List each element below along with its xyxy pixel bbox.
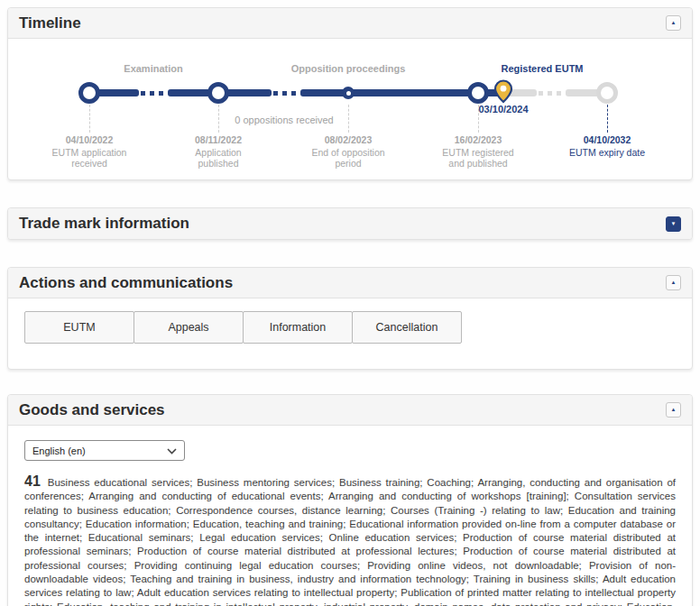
milestone-date: 08/11/2022: [175, 134, 262, 146]
timeline-segment-dotted: [141, 91, 166, 96]
actions-section-header: Actions and communications ▲: [8, 268, 692, 298]
trade-mark-information-expand-button[interactable]: ▼: [666, 216, 681, 232]
chevron-down-icon: [167, 445, 177, 456]
timeline-connector: [348, 105, 349, 133]
timeline-node-registered: [467, 82, 489, 104]
milestone-date: 04/10/2022: [46, 134, 133, 146]
timeline-phase-opposition: Opposition proceedings: [291, 63, 406, 74]
milestone-published: 08/11/2022 Application published: [175, 134, 262, 170]
trade-mark-information-section: Trade mark information ▼: [7, 207, 693, 240]
oppositions-note: 0 oppositions received: [235, 115, 333, 125]
actions-collapse-button[interactable]: ▲: [666, 275, 681, 290]
milestone-label: EUTM registered and published: [435, 147, 521, 170]
milestone-expiry: 04/10/2032 EUTM expiry date: [564, 134, 650, 158]
timeline-node-published: [207, 82, 229, 104]
caret-up-icon: ▲: [671, 280, 677, 285]
caret-up-icon: ▲: [671, 407, 677, 412]
trade-mark-information-header: Trade mark information ▼: [8, 208, 692, 239]
goods-class-41-paragraph: 41Business educational services; Busines…: [24, 474, 676, 606]
timeline-section: Timeline ▲ Examination Opposition procee…: [7, 7, 693, 180]
timeline-panel: Examination Opposition proceedings Regis…: [8, 39, 692, 179]
timeline-connector-expiry: [607, 105, 608, 133]
information-button[interactable]: Information: [243, 311, 353, 344]
caret-down-icon: ▼: [671, 221, 677, 226]
actions-button-row: EUTM Appeals Information Cancellation: [8, 298, 692, 369]
goods-section-title: Goods and services: [19, 401, 165, 419]
actions-section-title: Actions and communications: [19, 274, 233, 292]
language-select-value: English (en): [32, 445, 86, 456]
timeline-node-application: [78, 82, 100, 104]
timeline-connector: [218, 105, 219, 133]
timeline-segment-dotted: [273, 91, 299, 96]
timeline-section-title: Timeline: [19, 14, 81, 32]
goods-section: Goods and services ▲ English (en) 41Busi…: [7, 394, 693, 606]
trade-mark-information-title: Trade mark information: [19, 215, 189, 233]
timeline-phase-registered: Registered EUTM: [501, 63, 583, 74]
milestone-registered: 16/02/2023 EUTM registered and published: [435, 134, 521, 170]
timeline-segment-future-dotted: [539, 91, 564, 96]
milestone-label: Application published: [175, 147, 262, 170]
milestone-application: 04/10/2022 EUTM application received: [46, 134, 133, 170]
goods-collapse-button[interactable]: ▲: [666, 402, 681, 418]
timeline-node-opposition-end: [342, 87, 355, 99]
timeline-section-header: Timeline ▲: [8, 8, 692, 39]
language-select[interactable]: English (en): [24, 440, 185, 461]
milestone-label: End of opposition period: [305, 147, 391, 170]
caret-up-icon: ▲: [671, 20, 677, 25]
milestone-opposition-end: 08/02/2023 End of opposition period: [305, 134, 391, 170]
nice-class-number: 41: [24, 473, 41, 489]
actions-section: Actions and communications ▲ EUTM Appeal…: [7, 267, 693, 370]
cancellation-button[interactable]: Cancellation: [352, 311, 462, 344]
timeline-connector: [89, 105, 90, 133]
milestone-label: EUTM application received: [46, 147, 133, 170]
appeals-button[interactable]: Appeals: [134, 311, 244, 344]
location-pin-icon: [493, 79, 513, 107]
goods-terms: Business educational services; Business …: [24, 477, 676, 606]
timeline-node-expiry: [596, 82, 618, 104]
milestone-date: 04/10/2032: [564, 134, 650, 146]
eutm-button[interactable]: EUTM: [24, 311, 134, 344]
goods-section-header: Goods and services ▲: [8, 395, 692, 426]
milestone-label: EUTM expiry date: [564, 147, 650, 159]
goods-body: English (en) 41Business educational serv…: [8, 426, 692, 606]
timeline-phase-examination: Examination: [124, 63, 182, 74]
milestone-date: 08/02/2023: [305, 134, 391, 146]
milestone-date: 16/02/2023: [435, 134, 521, 146]
timeline-collapse-button[interactable]: ▲: [666, 15, 681, 31]
